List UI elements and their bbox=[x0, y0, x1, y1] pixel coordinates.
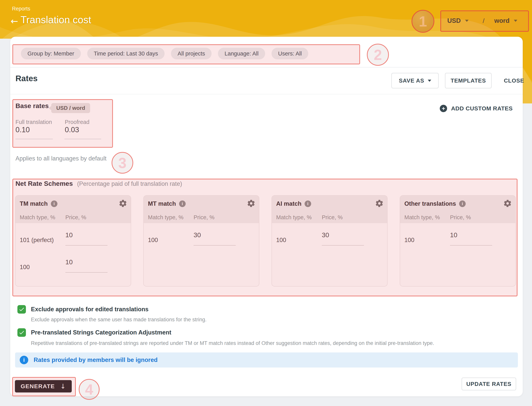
pretranslated-adjustment-description: Repetitive translations of pre-translate… bbox=[31, 340, 434, 346]
badge-notch bbox=[48, 106, 51, 110]
input-underline bbox=[15, 139, 53, 139]
info-icon[interactable]: i bbox=[459, 201, 466, 207]
match-type-column-label: Match type, % bbox=[404, 214, 440, 221]
proofread-rate-input[interactable]: 0.03 bbox=[65, 126, 79, 134]
match-type-value: 101 (perfect) bbox=[20, 237, 54, 244]
exclude-approvals-description: Exclude approvals when the same user has… bbox=[31, 317, 206, 323]
price-input[interactable]: 10 bbox=[65, 231, 73, 239]
price-input[interactable]: 10 bbox=[450, 231, 457, 239]
info-banner: i Rates provided by members will be igno… bbox=[15, 352, 518, 368]
unit-dropdown[interactable]: word bbox=[494, 17, 517, 24]
net-rate-schemes-subtitle: (Percentage paid of full translation rat… bbox=[77, 180, 182, 187]
gear-icon[interactable] bbox=[503, 199, 512, 208]
rates-section-title: Rates bbox=[15, 74, 37, 83]
exclude-approvals-label: Exclude approvals for edited translation… bbox=[31, 306, 148, 313]
other-translations-title: Other translations i bbox=[404, 200, 466, 207]
filter-chip-language[interactable]: Language: All bbox=[218, 48, 265, 59]
mt-match-card: MT match i Match type, % Price, % 100 30 bbox=[143, 195, 259, 287]
filter-chip-users[interactable]: Users: All bbox=[271, 48, 308, 59]
info-icon: i bbox=[20, 356, 28, 364]
mt-match-title: MT match i bbox=[148, 200, 186, 207]
chevron-down-icon bbox=[465, 20, 469, 22]
filter-chip-row: Group by: Member Time period: Last 30 da… bbox=[21, 48, 308, 59]
chevron-down-icon bbox=[428, 80, 431, 82]
exclude-approvals-checkbox[interactable] bbox=[17, 305, 26, 314]
base-rates-title: Base rates bbox=[15, 102, 49, 110]
price-input[interactable]: 30 bbox=[194, 231, 201, 239]
match-type-value: 100 bbox=[276, 237, 286, 244]
input-underline bbox=[65, 272, 108, 273]
input-underline bbox=[322, 245, 364, 246]
other-translations-card: Other translations i Match type, % Price… bbox=[400, 195, 516, 287]
ai-match-title: AI match i bbox=[276, 200, 311, 207]
gear-icon[interactable] bbox=[119, 199, 127, 208]
update-rates-button[interactable]: UPDATE RATES bbox=[462, 377, 516, 390]
price-input[interactable]: 10 bbox=[65, 258, 73, 266]
close-button[interactable]: CLOSE bbox=[498, 73, 531, 88]
price-input[interactable]: 30 bbox=[322, 231, 329, 239]
arrow-down-icon: ↓ bbox=[60, 382, 66, 390]
tm-match-title: TM match i bbox=[20, 200, 58, 207]
filter-chip-projects[interactable]: All projects bbox=[171, 48, 211, 59]
base-rates-currency-badge: USD / word bbox=[51, 103, 90, 113]
currency-unit-separator: / bbox=[483, 17, 484, 25]
add-custom-rates-button[interactable]: + ADD CUSTOM RATES bbox=[440, 105, 513, 112]
input-underline bbox=[450, 245, 492, 246]
templates-button[interactable]: TEMPLATES bbox=[445, 73, 492, 88]
info-icon[interactable]: i bbox=[51, 201, 58, 207]
back-arrow-icon[interactable]: ← bbox=[11, 16, 18, 26]
currency-value: USD bbox=[447, 17, 461, 24]
breadcrumb[interactable]: Reports bbox=[12, 6, 30, 12]
divider bbox=[10, 67, 523, 67]
match-type-value: 100 bbox=[20, 264, 30, 271]
price-column-label: Price, % bbox=[65, 214, 86, 221]
page-title: Translation cost bbox=[21, 14, 91, 26]
save-as-button[interactable]: SAVE AS bbox=[391, 73, 439, 88]
price-column-label: Price, % bbox=[450, 214, 471, 221]
gear-icon[interactable] bbox=[247, 199, 255, 208]
full-translation-rate-input[interactable]: 0.10 bbox=[15, 126, 30, 134]
net-rate-schemes-header: Net Rate Schemes (Percentage paid of ful… bbox=[15, 180, 182, 187]
plus-icon: + bbox=[440, 105, 447, 112]
divider bbox=[10, 94, 523, 94]
match-type-column-label: Match type, % bbox=[276, 214, 312, 221]
match-type-value: 100 bbox=[404, 237, 415, 244]
base-rates-note: Applies to all languages by default bbox=[15, 155, 107, 162]
match-type-value: 100 bbox=[148, 237, 158, 244]
report-settings-card: Group by: Member Time period: Last 30 da… bbox=[10, 37, 523, 396]
match-type-column-label: Match type, % bbox=[20, 214, 55, 221]
generate-button[interactable]: GENERATE ↓ bbox=[15, 380, 72, 392]
check-icon bbox=[19, 306, 25, 312]
gear-icon[interactable] bbox=[375, 199, 384, 208]
translation-cost-report-page: Reports ← Translation cost USD / word Gr… bbox=[0, 0, 532, 406]
pretranslated-adjustment-label: Pre-translated Strings Categorization Ad… bbox=[31, 329, 171, 336]
avatar[interactable] bbox=[412, 10, 434, 32]
filter-chip-group-by[interactable]: Group by: Member bbox=[21, 48, 81, 59]
unit-value: word bbox=[494, 17, 510, 24]
currency-dropdown[interactable]: USD bbox=[447, 17, 469, 24]
info-icon[interactable]: i bbox=[179, 201, 186, 207]
input-underline bbox=[194, 245, 236, 246]
price-column-label: Price, % bbox=[322, 214, 343, 221]
info-icon[interactable]: i bbox=[305, 201, 311, 207]
pretranslated-adjustment-checkbox[interactable] bbox=[17, 328, 26, 337]
price-column-label: Price, % bbox=[194, 214, 214, 221]
input-underline bbox=[65, 245, 108, 246]
filter-chip-time-period[interactable]: Time period: Last 30 days bbox=[87, 48, 165, 59]
check-icon bbox=[19, 329, 25, 336]
info-banner-text: Rates provided by members will be ignore… bbox=[34, 356, 158, 363]
tm-match-card: TM match i Match type, % Price, % 101 (p… bbox=[15, 195, 131, 287]
input-underline bbox=[64, 139, 101, 139]
chevron-down-icon bbox=[514, 20, 517, 22]
ai-match-card: AI match i Match type, % Price, % 100 30 bbox=[271, 195, 387, 287]
proofread-label: Proofread bbox=[65, 119, 89, 125]
match-type-column-label: Match type, % bbox=[148, 214, 183, 221]
full-translation-label: Full translation bbox=[15, 119, 52, 125]
net-rate-schemes-title: Net Rate Schemes bbox=[15, 180, 73, 187]
